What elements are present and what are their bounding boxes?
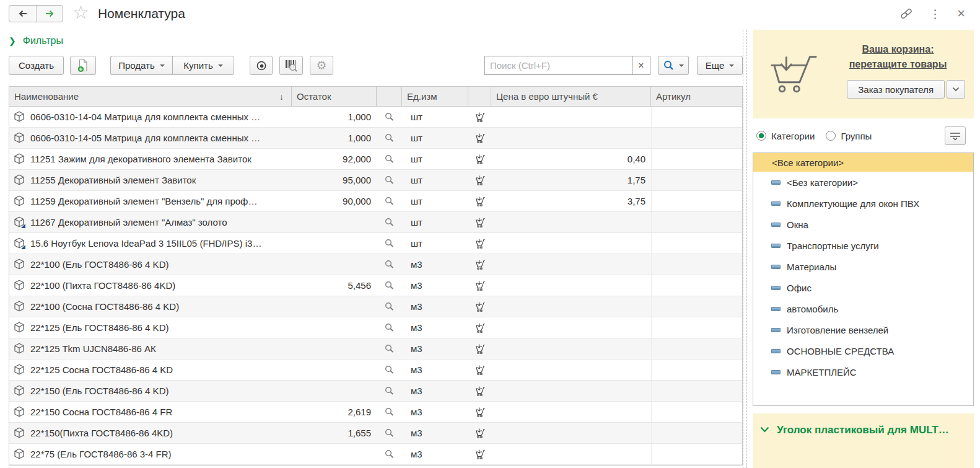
item-price <box>491 254 651 275</box>
add-to-cart-icon[interactable] <box>475 449 485 459</box>
column-header-lens[interactable] <box>377 87 402 106</box>
add-to-cart-icon[interactable] <box>475 196 485 206</box>
table-row[interactable]: 22*150(Пихта ГОСТ8486-86 4KD) 1,655 м3 <box>9 423 742 444</box>
magnifier-icon[interactable] <box>385 218 394 227</box>
bottom-section[interactable]: Уголок пластиковый для MULT… <box>753 413 974 468</box>
column-header-name[interactable]: Наименование ↓ <box>9 87 292 106</box>
table-row[interactable]: 11267 Декоративный элемент "Алмаз" золот… <box>9 212 742 233</box>
category-item[interactable]: <Без категории> <box>753 172 973 193</box>
order-dropdown-button[interactable] <box>947 80 965 99</box>
add-to-cart-icon[interactable] <box>475 281 485 291</box>
category-item[interactable]: ОСНОВНЫЕ СРЕДСТВА <box>753 340 973 361</box>
column-header-article[interactable]: Артикул <box>651 87 742 106</box>
magnifier-icon[interactable] <box>385 428 394 438</box>
magnifier-icon[interactable] <box>385 175 394 185</box>
magnifier-icon[interactable] <box>385 344 394 353</box>
search-clear-button[interactable]: × <box>632 56 650 74</box>
table-row[interactable]: 22*125 Tkm UJCN8486-86 АК м3 <box>9 338 742 360</box>
panel-splitter[interactable] <box>743 30 747 468</box>
column-header-cart[interactable] <box>468 87 491 106</box>
link-icon[interactable] <box>899 7 913 20</box>
category-item[interactable]: Комплектующие для окон ПВХ <box>753 193 973 214</box>
add-to-cart-icon[interactable] <box>475 407 485 417</box>
category-item[interactable]: Материалы <box>753 256 973 277</box>
table-row[interactable]: 22*125 Сосна ГОСТ8486-86 4 KD м3 <box>9 360 742 381</box>
category-item[interactable]: Транспортные услуги <box>753 235 973 256</box>
settings-button[interactable]: ⚙ <box>310 56 333 75</box>
table-row[interactable]: 22*100 (Сосна ГОСТ8486-86 4 KD) м3 <box>9 296 742 317</box>
category-all-item[interactable]: <Все категории> <box>753 153 973 172</box>
category-item[interactable]: Окна <box>753 214 973 235</box>
magnifier-icon[interactable] <box>385 239 394 248</box>
add-to-cart-icon[interactable] <box>475 239 485 249</box>
add-to-cart-icon[interactable] <box>475 112 485 122</box>
cart-drop-zone[interactable]: Ваша корзина: перетащите товары Заказ по… <box>753 30 974 118</box>
category-item[interactable]: МАРКЕТПЛЕЙС <box>753 361 973 382</box>
add-to-cart-icon[interactable] <box>475 302 485 312</box>
table-row[interactable]: 22*100 (Пихта ГОСТ8486-86 4KD) 5,456 м3 <box>9 275 742 296</box>
magnifier-icon[interactable] <box>385 112 394 121</box>
category-item[interactable]: автомобиль <box>753 298 973 319</box>
magnifier-icon[interactable] <box>385 302 394 311</box>
table-row[interactable]: 15.6 Ноутбук Lenova IdeaPad 3 15IIL05 (F… <box>9 233 742 254</box>
sell-button[interactable]: Продать <box>110 56 172 75</box>
add-to-cart-icon[interactable] <box>475 344 485 354</box>
magnifier-icon[interactable] <box>385 281 394 290</box>
list-settings-button[interactable] <box>945 126 966 145</box>
table-row[interactable]: 22*150 (Ель ГОСТ8486-86 4 KD) м3 <box>9 381 742 402</box>
column-header-unit[interactable]: Ед.изм <box>402 87 468 106</box>
radio-groups-label[interactable]: Группы <box>841 131 872 141</box>
forward-button[interactable] <box>36 6 63 22</box>
magnifier-icon[interactable] <box>385 323 394 332</box>
magnifier-icon[interactable] <box>385 196 394 206</box>
magnifier-icon[interactable] <box>385 133 394 143</box>
view-mode-button[interactable] <box>250 56 273 75</box>
favorite-star-icon[interactable]: ☆ <box>72 3 89 22</box>
table-row[interactable]: 22*100 (Ель ГОСТ8486-86 4 KD) м3 <box>9 254 742 275</box>
search-input[interactable] <box>485 56 632 74</box>
add-to-cart-icon[interactable] <box>475 386 485 396</box>
back-button[interactable] <box>9 6 36 22</box>
column-header-stock[interactable]: Остаток <box>292 87 377 106</box>
filters-link[interactable]: Фильтры <box>23 35 63 46</box>
kebab-menu-icon[interactable]: ⋮ <box>929 8 941 20</box>
radio-categories-label[interactable]: Категории <box>771 131 815 141</box>
magnifier-icon[interactable] <box>385 386 394 395</box>
table-row[interactable]: 22*125 (Ель ГОСТ8486-86 4 KD) м3 <box>9 317 742 338</box>
page-title: Номенклатура <box>98 6 185 21</box>
magnifier-icon[interactable] <box>385 407 394 417</box>
more-button[interactable]: Еще <box>697 56 743 75</box>
table-row[interactable]: 0606-0310-14-05 Матрица для комплекта см… <box>9 128 742 149</box>
customer-order-button[interactable]: Заказ покупателя <box>847 80 945 99</box>
column-header-price[interactable]: Цена в евро штучный € <box>491 87 651 106</box>
create-button[interactable]: Создать <box>9 56 64 75</box>
add-to-cart-icon[interactable] <box>475 260 485 270</box>
magnifier-icon[interactable] <box>385 154 394 164</box>
add-to-cart-icon[interactable] <box>475 365 485 375</box>
search-button[interactable] <box>658 56 689 75</box>
magnifier-icon[interactable] <box>385 260 394 269</box>
table-row[interactable]: 22*75 (Ель ГОСТ8486-86 3-4 FR) м3 <box>9 444 742 465</box>
category-item[interactable]: Изготовление вензелей <box>753 319 973 340</box>
add-to-cart-icon[interactable] <box>475 175 485 185</box>
table-row[interactable]: 11259 Декоративный элемент "Вензель" для… <box>9 191 742 212</box>
add-to-cart-icon[interactable] <box>475 323 485 333</box>
buy-button[interactable]: Купить <box>172 56 234 75</box>
add-to-cart-icon[interactable] <box>475 154 485 164</box>
table-row[interactable]: 11251 Зажим для декоративного элемента З… <box>9 149 742 170</box>
create-document-button[interactable] <box>70 56 96 75</box>
add-to-cart-icon[interactable] <box>475 218 485 227</box>
item-stock <box>292 296 377 317</box>
table-row[interactable]: 11255 Декоративный элемент Завиток 95,00… <box>9 170 742 191</box>
magnifier-icon[interactable] <box>385 449 394 459</box>
barcode-search-button[interactable] <box>279 56 303 75</box>
radio-groups[interactable] <box>826 131 836 141</box>
magnifier-icon[interactable] <box>385 365 394 374</box>
table-row[interactable]: 0606-0310-14-04 Матрица для комплекта см… <box>9 107 742 128</box>
category-item[interactable]: Офис <box>753 277 973 298</box>
table-row[interactable]: 22*150 Сосна ГОСТ8486-86 4 FR 2,619 м3 <box>9 402 742 423</box>
add-to-cart-icon[interactable] <box>475 428 485 438</box>
add-to-cart-icon[interactable] <box>475 133 485 143</box>
close-icon[interactable]: × <box>957 7 965 20</box>
radio-categories[interactable] <box>756 131 766 141</box>
